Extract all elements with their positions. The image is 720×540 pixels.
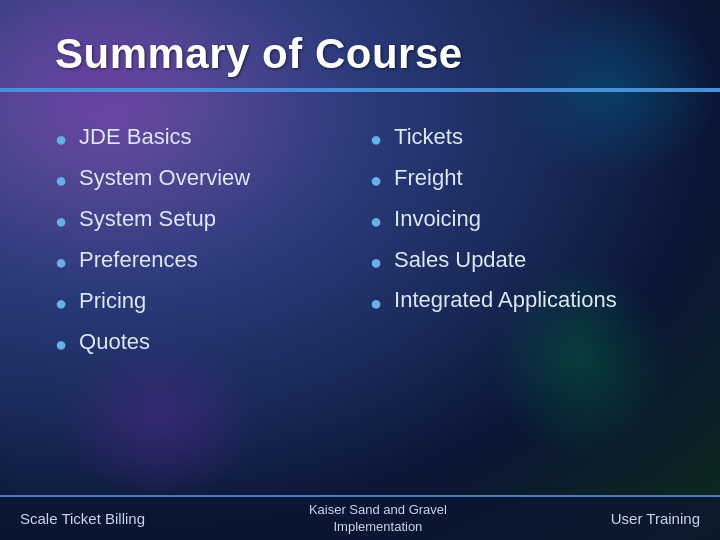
bullet-text: Sales Update bbox=[394, 245, 526, 276]
list-item: ● System Setup bbox=[55, 204, 350, 235]
bullet-text: Invoicing bbox=[394, 204, 481, 235]
bullet-text: Preferences bbox=[79, 245, 198, 276]
bullet-text: Pricing bbox=[79, 286, 146, 317]
list-item: ● Invoicing bbox=[370, 204, 665, 235]
bullet-icon: ● bbox=[55, 289, 67, 317]
bullet-text: System Overview bbox=[79, 163, 250, 194]
list-item: ● Tickets bbox=[370, 122, 665, 153]
bullet-icon: ● bbox=[370, 166, 382, 194]
content-area: ● JDE Basics ● System Overview ● System … bbox=[0, 92, 720, 495]
right-column: ● Tickets ● Freight ● Invoicing ● Sales … bbox=[370, 122, 665, 475]
bullet-text: Tickets bbox=[394, 122, 463, 153]
footer-left: Scale Ticket Billing bbox=[20, 510, 145, 527]
list-item: ● Integrated Applications bbox=[370, 286, 665, 317]
list-item: ● JDE Basics bbox=[55, 122, 350, 153]
footer: Scale Ticket Billing Kaiser Sand and Gra… bbox=[0, 495, 720, 540]
footer-center: Kaiser Sand and Gravel Implementation bbox=[309, 502, 447, 536]
bullet-icon: ● bbox=[370, 207, 382, 235]
header: Summary of Course bbox=[0, 0, 720, 88]
slide: Summary of Course ● JDE Basics ● System … bbox=[0, 0, 720, 540]
bullet-text: System Setup bbox=[79, 204, 216, 235]
bullet-icon: ● bbox=[55, 166, 67, 194]
list-item: ● Pricing bbox=[55, 286, 350, 317]
list-item: ● Sales Update bbox=[370, 245, 665, 276]
bullet-icon: ● bbox=[55, 125, 67, 153]
bullet-text: JDE Basics bbox=[79, 122, 191, 153]
bullet-icon: ● bbox=[370, 248, 382, 276]
bullet-text: Freight bbox=[394, 163, 462, 194]
slide-title: Summary of Course bbox=[55, 30, 665, 78]
list-item: ● Preferences bbox=[55, 245, 350, 276]
left-column: ● JDE Basics ● System Overview ● System … bbox=[55, 122, 350, 475]
bullet-text: Integrated Applications bbox=[394, 286, 617, 315]
list-item: ● Freight bbox=[370, 163, 665, 194]
footer-center-line2: Implementation bbox=[309, 519, 447, 536]
list-item: ● System Overview bbox=[55, 163, 350, 194]
bullet-icon: ● bbox=[55, 207, 67, 235]
footer-center-line1: Kaiser Sand and Gravel bbox=[309, 502, 447, 519]
bullet-icon: ● bbox=[370, 289, 382, 317]
bullet-icon: ● bbox=[55, 248, 67, 276]
bullet-icon: ● bbox=[370, 125, 382, 153]
list-item: ● Quotes bbox=[55, 327, 350, 358]
footer-right: User Training bbox=[611, 510, 700, 527]
bullet-icon: ● bbox=[55, 330, 67, 358]
bullet-text: Quotes bbox=[79, 327, 150, 358]
